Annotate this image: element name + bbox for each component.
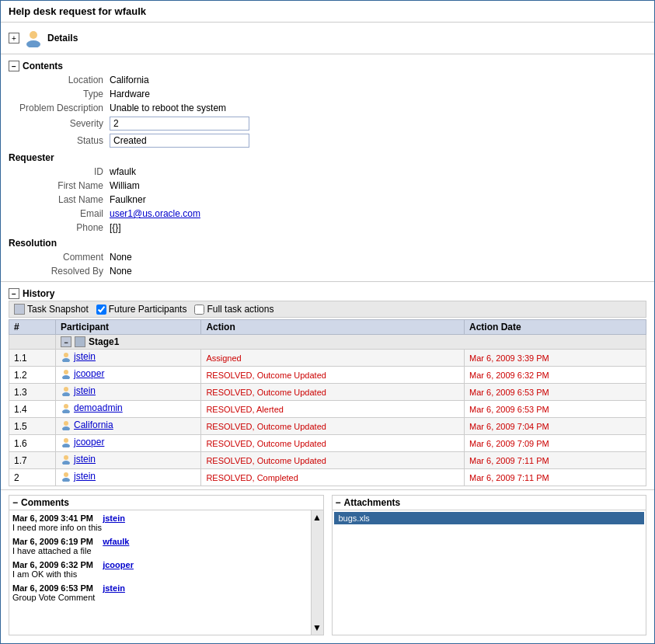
comment-text: Group Vote Comment: [12, 593, 308, 602]
task-snapshot-button[interactable]: Task Snapshot: [14, 304, 89, 315]
comment-entry: Mar 6, 2009 6:19 PM wfaulk I have attach…: [12, 537, 308, 555]
resolution-comment-row: Comment None: [9, 250, 646, 264]
svg-point-0: [30, 31, 37, 39]
history-row-action: RESOLVED, Outcome Updated: [201, 435, 465, 452]
comment-date: Mar 6, 2009 6:53 PM: [12, 583, 93, 593]
problem-description-row: Problem Description Unable to reboot the…: [9, 101, 646, 115]
resolution-resolvedby-row: Resolved By None: [9, 264, 646, 278]
future-participants-checkbox-label[interactable]: Future Participants: [96, 304, 187, 315]
user-icon: [61, 419, 71, 430]
history-section-header: − History: [9, 285, 646, 301]
comment-text: I have attached a file: [12, 546, 308, 555]
resolution-section-title: Resolution: [9, 235, 646, 250]
history-row-participant: demoadmin: [56, 401, 201, 418]
requester-id-label: ID: [9, 166, 110, 177]
history-row-number: 1.6: [9, 435, 56, 452]
history-row-participant: jstein: [56, 350, 201, 367]
location-row: Location California: [9, 73, 646, 87]
comments-label: Comments: [21, 497, 69, 508]
comment-entry: Mar 6, 2009 6:32 PM jcooper I am OK with…: [12, 560, 308, 579]
requester-firstname-label: First Name: [9, 180, 110, 191]
svg-point-10: [64, 421, 68, 426]
location-value: California: [110, 75, 149, 85]
col-action-date: Action Date: [465, 320, 646, 335]
history-row-date: Mar 6, 2009 6:53 PM: [465, 401, 646, 418]
contents-label: Contents: [23, 61, 63, 71]
comments-collapse-icon[interactable]: −: [12, 497, 18, 508]
comment-date: Mar 6, 2009 6:19 PM: [12, 537, 93, 546]
requester-lastname-row: Last Name Faulkner: [9, 193, 646, 207]
status-label: Status: [9, 135, 110, 146]
history-row-number: 1.5: [9, 418, 56, 435]
requester-id-row: ID wfaulk: [9, 165, 646, 179]
details-expand-icon[interactable]: +: [9, 33, 19, 44]
comment-user[interactable]: jcooper: [103, 560, 134, 569]
requester-firstname-value: William: [110, 180, 140, 191]
attachment-item[interactable]: bugs.xls: [334, 512, 645, 524]
scroll-up-icon[interactable]: ▲: [312, 512, 322, 523]
history-row-number: 1.4: [9, 401, 56, 418]
comment-date: Mar 6, 2009 3:41 PM: [12, 513, 93, 523]
history-row-participant: jstein: [56, 452, 201, 469]
future-participants-checkbox[interactable]: [96, 305, 106, 315]
full-task-actions-checkbox-label[interactable]: Full task actions: [194, 304, 273, 315]
scroll-down-icon[interactable]: ▼: [312, 622, 322, 633]
history-row-participant: jstein: [56, 469, 201, 486]
contents-collapse-icon[interactable]: −: [9, 61, 19, 71]
col-action: Action: [201, 320, 465, 335]
svg-point-9: [62, 409, 70, 413]
resolution-comment-value: None: [110, 252, 132, 263]
svg-point-3: [62, 358, 70, 362]
history-row-number: 2: [9, 469, 56, 486]
comment-user[interactable]: wfaulk: [103, 537, 129, 546]
page-title: Help desk request for wfaulk: [1, 1, 654, 23]
requester-phone-value: [{}]: [110, 222, 121, 233]
comment-user[interactable]: jstein: [103, 513, 125, 523]
attachments-collapse-icon[interactable]: −: [336, 497, 341, 508]
history-row-number: 1.1: [9, 350, 56, 367]
history-table: # Participant Action Action Date − Stage…: [9, 319, 646, 486]
resolution-comment-label: Comment: [9, 252, 110, 263]
history-section: − History Task Snapshot Future Participa…: [1, 282, 654, 490]
comment-entry: Mar 6, 2009 3:41 PM jstein I need more i…: [12, 513, 308, 532]
full-task-actions-checkbox[interactable]: [194, 305, 204, 315]
history-row-date: Mar 6, 2009 6:32 PM: [465, 367, 646, 384]
user-icon: [61, 471, 71, 482]
history-row-date: Mar 6, 2009 6:53 PM: [465, 384, 646, 401]
history-collapse-icon[interactable]: −: [9, 288, 19, 299]
svg-point-14: [64, 455, 68, 460]
history-row-number: 1.7: [9, 452, 56, 469]
requester-lastname-label: Last Name: [9, 194, 110, 205]
requester-email-label: Email: [9, 208, 110, 219]
details-section: + Details: [1, 23, 654, 54]
resolution-resolvedby-value: None: [110, 266, 132, 277]
comment-entry: Mar 6, 2009 6:53 PM jstein Group Vote Co…: [12, 583, 308, 602]
stage-icon: −: [61, 336, 71, 347]
comments-body[interactable]: Mar 6, 2009 3:41 PM jstein I need more i…: [9, 510, 311, 635]
history-row-participant: − Stage1: [56, 335, 646, 350]
requester-phone-label: Phone: [9, 222, 110, 233]
svg-point-4: [64, 370, 68, 374]
requester-email-row: Email user1@us.oracle.com: [9, 207, 646, 221]
comment-text: I need more info on this: [12, 523, 308, 532]
status-input[interactable]: [110, 134, 249, 148]
user-icon: [61, 437, 71, 447]
svg-point-8: [64, 404, 68, 409]
history-row-date: Mar 6, 2009 7:04 PM: [465, 418, 646, 435]
status-row: Status: [9, 132, 646, 149]
user-icon: [61, 351, 71, 362]
type-label: Type: [9, 89, 110, 99]
attachments-label: Attachments: [344, 497, 401, 508]
severity-input[interactable]: [110, 117, 249, 131]
comment-user[interactable]: jstein: [103, 583, 125, 593]
attachments-body: bugs.xls: [333, 510, 646, 526]
svg-point-1: [26, 40, 40, 47]
history-row-participant: California: [56, 418, 201, 435]
severity-label: Severity: [9, 118, 110, 129]
comment-header: Mar 6, 2009 6:32 PM jcooper: [12, 560, 308, 569]
comments-section-bar: − Comments: [9, 496, 323, 510]
history-row-date: Mar 6, 2009 7:11 PM: [465, 452, 646, 469]
history-row-date: Mar 6, 2009 3:39 PM: [465, 350, 646, 367]
requester-email-value[interactable]: user1@us.oracle.com: [110, 208, 200, 219]
requester-phone-row: Phone [{}]: [9, 221, 646, 235]
